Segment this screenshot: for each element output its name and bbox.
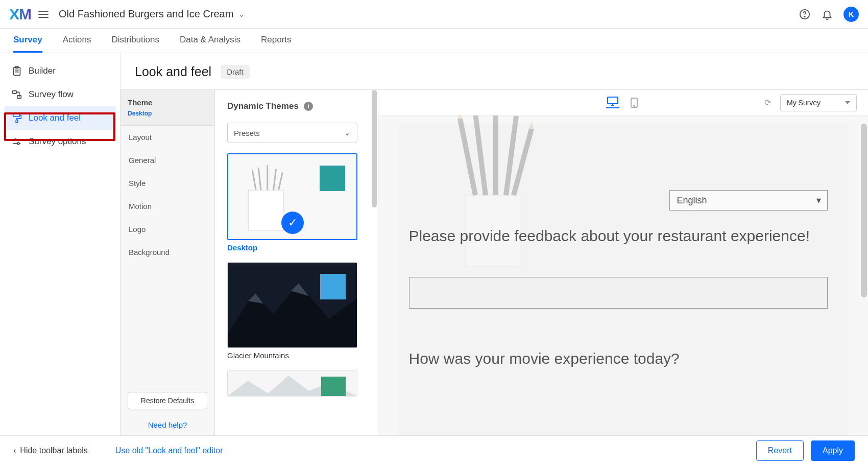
language-select[interactable]: English xyxy=(669,190,828,211)
sidebar-item-builder[interactable]: Builder xyxy=(4,59,116,83)
sidebar-label: Survey flow xyxy=(29,89,74,100)
theme-thumb xyxy=(228,263,357,347)
color-swatch xyxy=(320,274,346,299)
tab-distributions[interactable]: Distributions xyxy=(111,29,159,53)
tab-data-analysis[interactable]: Data & Analysis xyxy=(180,29,240,53)
svg-line-34 xyxy=(475,115,486,195)
section-logo[interactable]: Logo xyxy=(120,218,214,241)
svg-marker-41 xyxy=(514,115,519,116)
svg-marker-38 xyxy=(457,115,463,119)
sidebar-item-surveyoptions[interactable]: Survey options xyxy=(4,130,116,153)
theme-label: Desktop xyxy=(227,243,366,252)
svg-marker-42 xyxy=(529,121,534,129)
help-icon[interactable] xyxy=(799,8,811,20)
section-general[interactable]: General xyxy=(120,149,214,172)
tab-actions[interactable]: Actions xyxy=(63,29,91,53)
sidebar-item-lookandfeel[interactable]: Look and feel xyxy=(4,106,116,130)
theme-picker: Dynamic Themes i Presets ⌄ xyxy=(215,90,378,435)
hide-labels-text: Hide toolbar labels xyxy=(20,446,88,455)
section-layout[interactable]: Layout xyxy=(120,126,214,149)
tab-reports[interactable]: Reports xyxy=(261,29,292,53)
stage-inner: English Please provide feedback about yo… xyxy=(399,124,848,435)
theme-label: Glacier Mountains xyxy=(227,351,366,360)
preview-toolbar-right: ⟳ My Survey xyxy=(764,94,857,111)
page-title: Look and feel xyxy=(135,64,211,79)
xm-logo: XM xyxy=(9,6,31,23)
header-right: K xyxy=(799,7,859,22)
theme-card-3[interactable] xyxy=(227,370,357,397)
old-editor-link[interactable]: Use old "Look and feel" editor xyxy=(115,446,223,455)
svg-rect-6 xyxy=(13,91,16,94)
section-group-sub: Desktop xyxy=(128,110,207,117)
section-background[interactable]: Background xyxy=(120,241,214,264)
footer-bar: ‹ Hide toolbar labels Use old "Look and … xyxy=(0,435,868,465)
sidebar-label: Builder xyxy=(29,66,56,76)
sidebar-label: Survey options xyxy=(29,136,86,147)
scrollbar[interactable] xyxy=(861,124,867,297)
svg-rect-15 xyxy=(248,190,283,230)
svg-point-31 xyxy=(634,105,635,106)
tab-survey[interactable]: Survey xyxy=(13,29,42,53)
theme-picker-title-label: Dynamic Themes xyxy=(227,101,299,111)
svg-rect-9 xyxy=(16,120,18,123)
language-label: English xyxy=(677,195,707,206)
flow-icon xyxy=(11,89,22,100)
survey-select-label: My Survey xyxy=(787,99,821,107)
status-badge: Draft xyxy=(221,65,250,79)
apply-button[interactable]: Apply xyxy=(811,440,855,461)
info-icon[interactable]: i xyxy=(304,102,313,111)
section-group-title: Theme xyxy=(128,98,207,107)
svg-point-13 xyxy=(17,143,19,145)
revert-button[interactable]: Revert xyxy=(756,440,804,461)
notifications-icon[interactable] xyxy=(821,8,833,20)
background-illustration xyxy=(424,115,557,272)
desktop-icon[interactable] xyxy=(606,97,619,108)
top-tabs: Survey Actions Distributions Data & Anal… xyxy=(0,29,868,53)
user-avatar[interactable]: K xyxy=(843,7,859,22)
question-1-input[interactable] xyxy=(409,277,828,309)
menu-icon[interactable] xyxy=(37,8,50,20)
mobile-icon[interactable] xyxy=(628,97,641,108)
chevron-down-icon: ⌄ xyxy=(344,128,351,137)
svg-line-37 xyxy=(514,129,532,195)
theme-card-glacier[interactable] xyxy=(227,262,357,348)
svg-rect-8 xyxy=(13,114,20,117)
section-style[interactable]: Style xyxy=(120,172,214,195)
app-header: XM Old Fashioned Burgers and Ice Cream ⌄… xyxy=(0,0,868,29)
section-theme[interactable]: Theme Desktop xyxy=(120,90,214,126)
page-head: Look and feel Draft xyxy=(120,53,868,89)
section-motion[interactable]: Motion xyxy=(120,195,214,218)
main-content: Builder Survey flow Look and feel Survey… xyxy=(0,53,868,435)
svg-rect-27 xyxy=(608,97,618,104)
need-help-link[interactable]: Need help? xyxy=(120,416,214,435)
color-swatch xyxy=(320,166,345,191)
color-swatch xyxy=(321,377,346,396)
preview-stage: English Please provide feedback about yo… xyxy=(378,115,868,435)
theme-thumb xyxy=(228,370,357,396)
theme-thumb: ✓ xyxy=(228,154,356,239)
section-list: Theme Desktop Layout General Style Motio… xyxy=(120,90,215,435)
sidebar-label: Look and feel xyxy=(29,113,81,123)
restore-defaults-button[interactable]: Restore Defaults xyxy=(128,392,207,409)
refresh-icon[interactable]: ⟳ xyxy=(764,98,771,107)
survey-select[interactable]: My Survey xyxy=(780,94,857,111)
content-region: Look and feel Draft Theme Desktop Layout… xyxy=(120,53,868,435)
question-2-text: How was your movie experience today? xyxy=(409,348,828,369)
hide-toolbar-labels-button[interactable]: ‹ Hide toolbar labels xyxy=(13,446,88,455)
preview-panel: ⟳ My Survey xyxy=(378,90,868,435)
paint-roller-icon xyxy=(11,112,22,124)
presets-dropdown[interactable]: Presets ⌄ xyxy=(227,123,357,143)
svg-point-1 xyxy=(804,16,805,16)
question-1-text: Please provide feedback about your resta… xyxy=(409,226,828,247)
sidebar-item-surveyflow[interactable]: Survey flow xyxy=(4,83,116,106)
project-dropdown[interactable]: Old Fashioned Burgers and Ice Cream ⌄ xyxy=(59,8,245,20)
check-icon: ✓ xyxy=(281,212,304,234)
scrollbar[interactable] xyxy=(372,90,377,207)
footer-right: Revert Apply xyxy=(756,440,855,461)
chevron-left-icon: ‹ xyxy=(13,446,16,455)
theme-picker-title: Dynamic Themes i xyxy=(227,101,366,111)
theme-card-desktop[interactable]: ✓ xyxy=(227,153,357,240)
svg-line-33 xyxy=(460,119,475,195)
svg-point-11 xyxy=(14,139,16,141)
presets-label: Presets xyxy=(234,129,260,137)
